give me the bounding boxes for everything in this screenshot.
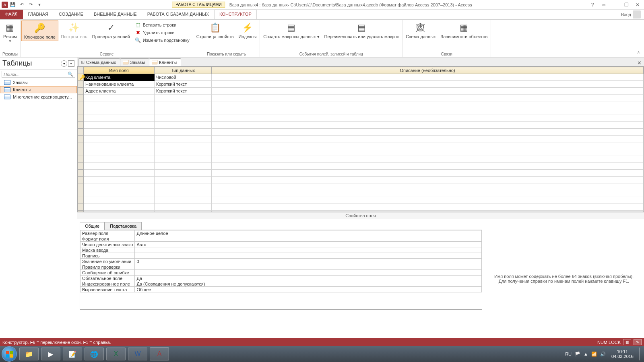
login-link[interactable]: Вход [621,12,631,17]
col-description[interactable]: Описание (необязательно) [212,67,644,74]
property-row[interactable]: Обязательное полеДа [80,276,482,281]
field-row-empty[interactable] [78,142,644,149]
document-tab[interactable]: Заказы [120,58,149,66]
grid-icon: ▦ [4,21,17,34]
property-row[interactable]: Подпись [80,253,482,259]
taskbar-explorer[interactable]: 📁 [19,348,39,360]
field-row-empty[interactable] [78,108,644,115]
create-data-macros-button[interactable]: ▤ Создать макросы данных ▾ [261,21,322,40]
field-row[interactable]: Наименование клиентаКороткий текст [78,81,644,88]
property-row[interactable]: Число десятичных знакоАвто [80,242,482,247]
field-row-empty[interactable] [78,170,644,177]
prop-tab-lookup[interactable]: Подстановка [105,222,142,230]
relationships-button[interactable]: 🕸 Схема данных [403,21,438,40]
field-row-empty[interactable] [78,122,644,129]
rename-delete-macro-button[interactable]: ▤ Переименовать или удалить макрос [322,21,402,40]
restore-icon[interactable]: ❐ [621,1,631,9]
field-row[interactable]: Адрес клиентаКороткий текст [78,88,644,95]
nav-header[interactable]: Таблицы [2,59,60,68]
tray-lang[interactable]: RU [565,352,572,356]
document-tab[interactable]: ⊞Схема данных [78,58,120,66]
tab-external[interactable]: ВНЕШНИЕ ДАННЫЕ [89,10,142,19]
object-dependencies-button[interactable]: ▦ Зависимости объектов [438,21,490,40]
help-icon[interactable]: ? [588,1,597,9]
field-row-empty[interactable] [78,190,644,197]
tab-create[interactable]: СОЗДАНИЕ [54,10,89,19]
save-icon[interactable]: 💾 [9,1,17,9]
tray-network-icon[interactable]: 📶 [591,352,597,357]
property-grid[interactable]: Размер поляДлинное целоеФормат поляЧисло… [80,230,482,310]
property-row[interactable]: Маска ввода [80,247,482,253]
nav-filter-dropdown-icon[interactable]: ▾ [61,60,67,67]
field-design-grid[interactable]: Имя поля Тип данных Описание (необязател… [77,66,644,212]
field-row-empty[interactable] [78,95,644,101]
taskbar-chrome[interactable]: 🌐 [85,348,104,360]
tray-flag-icon[interactable]: 🏳️ [575,352,580,357]
redo-icon[interactable]: ↷ [27,1,35,9]
field-row-empty[interactable] [78,204,644,211]
tab-home[interactable]: ГЛАВНАЯ [23,10,54,19]
field-row-empty[interactable] [78,115,644,122]
indexes-button[interactable]: ⚡ Индексы [236,21,259,40]
tab-design[interactable]: КОНСТРУКТОР [214,10,257,19]
tray-up-icon[interactable]: ▲ [584,352,588,356]
property-row[interactable]: Сообщение об ошибке [80,270,482,276]
property-row[interactable]: Формат поля [80,236,482,242]
property-sheet-button[interactable]: 📋 Страница свойств [194,21,236,40]
nav-collapse-icon[interactable]: « [68,60,74,67]
taskbar-access[interactable]: A [150,348,169,360]
property-row[interactable]: Правило проверки [80,264,482,270]
field-row-empty[interactable] [78,149,644,156]
field-row-empty[interactable] [78,136,644,142]
col-field-name[interactable]: Имя поля [84,67,155,74]
ribbon-opts-icon[interactable]: ▭ [599,1,609,9]
builder-button[interactable]: ✨ Построитель [58,21,90,40]
view-design-icon[interactable]: ✎ [634,339,642,345]
nav-item[interactable]: Заказы [0,79,77,86]
col-data-type[interactable]: Тип данных [155,67,212,74]
modify-lookup-button[interactable]: 🔍Изменить подстановку [134,37,190,44]
document-tab[interactable]: Клиенты [149,58,181,66]
collapse-ribbon-icon[interactable]: ㅅ [633,48,644,57]
taskbar-media[interactable]: ▶ [41,348,60,360]
insert-rows-button[interactable]: ⬚Вставить строки [134,21,190,29]
tray-volume-icon[interactable]: 🔊 [600,352,606,357]
taskbar-excel[interactable]: X [106,348,126,360]
tray-clock[interactable]: 10:1104.03.2016 [609,349,636,359]
property-row[interactable]: Индексированное полеДа (Совпадения не до… [80,281,482,287]
taskbar-word[interactable]: W [128,348,147,360]
view-mode-button[interactable]: ▦ Режим▼ [1,21,19,44]
show-desktop-button[interactable] [639,348,642,360]
field-row[interactable]: 🔑Код клиентаЧисловой [78,74,644,81]
field-row-empty[interactable] [78,177,644,183]
taskbar-notepad[interactable]: 📝 [63,348,82,360]
property-row[interactable]: Размер поляДлинное целое [80,230,482,236]
delete-rows-button[interactable]: ✖Удалить строки [134,29,190,36]
qat-dropdown-icon[interactable]: ▼ [35,1,43,9]
view-datasheet-icon[interactable]: ▦ [623,339,631,345]
property-row[interactable]: Выравнивание текстаОбщее [80,287,482,292]
user-avatar-icon[interactable] [633,10,641,19]
field-row-empty[interactable] [78,101,644,108]
tab-file[interactable]: ФАЙЛ [0,10,23,19]
field-row-empty[interactable] [78,156,644,163]
field-row-empty[interactable] [78,197,644,204]
nav-item[interactable]: Клиенты [0,86,77,93]
property-row[interactable]: Значение по умолчании0 [80,259,482,264]
nav-search[interactable]: 🔍 [2,71,75,78]
minimize-icon[interactable]: — [610,1,620,9]
tab-dbtools[interactable]: РАБОТА С БАЗАМИ ДАННЫХ [142,10,214,19]
field-row-empty[interactable] [78,183,644,190]
start-button[interactable] [2,346,17,362]
close-icon[interactable]: ✕ [633,1,642,9]
search-input[interactable] [4,72,68,77]
close-tab-icon[interactable]: ✕ [635,60,644,66]
primary-key-button[interactable]: 🔑 Ключевое поле [21,21,58,41]
field-row-empty[interactable] [78,163,644,170]
validation-button[interactable]: ✓ Проверка условий [90,21,132,40]
nav-item[interactable]: Многолетние красивоцвету... [0,93,77,101]
field-row-empty[interactable] [78,129,644,136]
search-icon[interactable]: 🔍 [68,72,73,77]
undo-icon[interactable]: ↶ [18,1,26,9]
prop-tab-general[interactable]: Общие [80,222,105,230]
